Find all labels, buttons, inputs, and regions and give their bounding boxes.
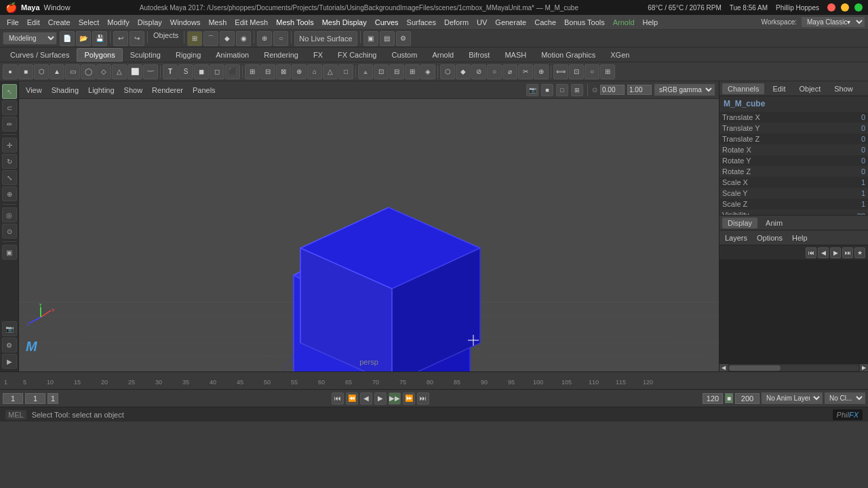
- region-select-icon[interactable]: ▣: [2, 245, 17, 260]
- menu-file[interactable]: File: [3, 17, 23, 28]
- tab-arnold[interactable]: Arnold: [425, 48, 461, 62]
- step-back-btn[interactable]: ⏪: [346, 392, 358, 405]
- vp-lighting-menu[interactable]: Lighting: [85, 85, 117, 96]
- menu-curves[interactable]: Curves: [371, 17, 403, 28]
- smooth-icon[interactable]: ⌂: [307, 64, 322, 79]
- mode-select[interactable]: Modeling: [3, 32, 57, 45]
- scrollbar-horizontal[interactable]: ◀ ▶: [719, 363, 868, 371]
- rotate-y-value[interactable]: 0: [861, 157, 865, 165]
- prim3-icon[interactable]: ⬛: [225, 64, 240, 79]
- translate-x-row[interactable]: Translate X0: [719, 112, 868, 123]
- tab-fx[interactable]: FX: [306, 48, 330, 62]
- snap-point-icon[interactable]: ◆: [220, 31, 235, 46]
- step-fwd-btn[interactable]: ▶▶: [389, 392, 401, 405]
- vp-view-menu[interactable]: View: [23, 85, 45, 96]
- jump-fwd-btn[interactable]: ⏩: [403, 392, 415, 405]
- channels-tab[interactable]: Channels: [722, 83, 764, 94]
- extrude-icon[interactable]: ⟁: [358, 64, 373, 79]
- crease-icon[interactable]: ⊘: [471, 64, 486, 79]
- rotate-z-value[interactable]: 0: [861, 167, 865, 176]
- tab-custom[interactable]: Custom: [384, 48, 425, 62]
- vp-wire-icon[interactable]: □: [556, 84, 568, 96]
- lattice-icon[interactable]: ⊡: [569, 64, 584, 79]
- display-settings-icon[interactable]: ⚙: [2, 338, 17, 352]
- scroll-arrow-left[interactable]: ◀: [719, 364, 728, 372]
- sphere-icon[interactable]: ●: [3, 64, 18, 79]
- rotate-x-value[interactable]: 0: [861, 146, 865, 154]
- layers-menu[interactable]: Layers: [722, 232, 750, 243]
- tab-xgen[interactable]: XGen: [603, 48, 637, 62]
- create-poly-icon[interactable]: ⊞: [405, 64, 420, 79]
- tab-sculpting[interactable]: Sculpting: [123, 48, 168, 62]
- snap-surface-icon[interactable]: ◉: [236, 31, 251, 46]
- prim1-icon[interactable]: ◼: [194, 64, 209, 79]
- frame-current-input[interactable]: [25, 393, 45, 404]
- layer-arrow-left[interactable]: ◀: [818, 247, 829, 258]
- scale-y-row[interactable]: Scale Y1: [719, 188, 868, 199]
- visibility-row[interactable]: Visibilityon: [719, 209, 868, 215]
- object-tab[interactable]: Object: [793, 83, 826, 94]
- frame-max-input[interactable]: [735, 393, 760, 404]
- tab-motion-graphics[interactable]: Motion Graphics: [534, 48, 603, 62]
- multi-cut-icon[interactable]: ✂: [518, 64, 533, 79]
- vp-camera-icon[interactable]: 📷: [526, 84, 538, 96]
- go-start-btn[interactable]: ⏮: [332, 392, 344, 405]
- translate-x-value[interactable]: 0: [861, 113, 865, 121]
- prim2-icon[interactable]: ◻: [210, 64, 224, 79]
- scale-x-row[interactable]: Scale X1: [719, 177, 868, 188]
- no-anim-layer-select[interactable]: No Anim Layer: [762, 392, 823, 404]
- tab-rigging[interactable]: Rigging: [168, 48, 208, 62]
- prism-icon[interactable]: ◇: [96, 64, 111, 79]
- camera-icon[interactable]: 📷: [2, 321, 17, 336]
- timeline-track[interactable]: 1 5 10 15 20 25 30 35 40 45 50 55 60 65 …: [0, 372, 868, 389]
- options-menu[interactable]: Options: [754, 232, 785, 243]
- vp-grid-icon[interactable]: ⊞: [571, 84, 583, 96]
- triangulate-icon[interactable]: △: [323, 64, 338, 79]
- gamma-select[interactable]: sRGB gamma: [654, 84, 715, 96]
- vp-obj-icon[interactable]: ■: [541, 84, 553, 96]
- scale-z-value[interactable]: 1: [861, 200, 865, 208]
- show-tab[interactable]: Show: [829, 83, 859, 94]
- fill-icon[interactable]: ◈: [420, 64, 435, 79]
- no-live-surface-btn[interactable]: No Live Surface: [294, 31, 357, 46]
- pyramid-icon[interactable]: △: [112, 64, 127, 79]
- rotate-y-row[interactable]: Rotate Y0: [719, 155, 868, 166]
- vp-show-menu[interactable]: Show: [121, 85, 146, 96]
- quad-icon[interactable]: □: [338, 64, 353, 79]
- save-icon[interactable]: 💾: [92, 31, 107, 46]
- text-icon[interactable]: T: [163, 64, 178, 79]
- bevel-icon[interactable]: ⬡: [440, 64, 455, 79]
- extract-icon[interactable]: ⊠: [276, 64, 291, 79]
- canvas-area[interactable]: X Y Z M persp: [19, 99, 719, 371]
- torus-icon[interactable]: ◯: [81, 64, 96, 79]
- maximize-btn[interactable]: [854, 3, 863, 12]
- tab-mash[interactable]: MASH: [497, 48, 534, 62]
- redo-icon[interactable]: ↪: [130, 31, 144, 46]
- menu-display[interactable]: Display: [134, 17, 166, 28]
- menu-mesh-tools[interactable]: Mesh Tools: [272, 17, 317, 28]
- play-back-btn[interactable]: ◀: [360, 392, 372, 405]
- transform-icon[interactable]: ⊕: [257, 31, 272, 46]
- scroll-arrow-right[interactable]: ▶: [860, 364, 868, 372]
- translate-z-value[interactable]: 0: [861, 135, 865, 143]
- menu-arnold[interactable]: Arnold: [609, 17, 639, 28]
- soft-mod-icon[interactable]: ○: [585, 64, 599, 79]
- vp-renderer-menu[interactable]: Renderer: [149, 85, 186, 96]
- paint-select-icon[interactable]: ✏: [2, 117, 17, 131]
- minimize-btn[interactable]: [841, 3, 849, 12]
- move-tool-icon[interactable]: ✛: [2, 138, 17, 152]
- mirror-icon[interactable]: ⟺: [553, 64, 568, 79]
- vp-panels-menu[interactable]: Panels: [190, 85, 218, 96]
- soft-select-tool-icon[interactable]: ◎: [2, 207, 17, 222]
- apple-icon[interactable]: 🍎: [5, 2, 17, 13]
- snap-curve-icon[interactable]: ⌒: [203, 31, 218, 46]
- bridge-icon[interactable]: ⊡: [374, 64, 389, 79]
- append-icon[interactable]: ⊟: [389, 64, 404, 79]
- layer-arrow-right-right[interactable]: ⏭: [842, 247, 853, 258]
- edit-tab[interactable]: Edit: [767, 83, 791, 94]
- target-weld-icon[interactable]: ⊕: [534, 64, 549, 79]
- menu-windows[interactable]: Windows: [166, 17, 205, 28]
- cone-icon[interactable]: ▲: [50, 64, 64, 79]
- scale-x-value[interactable]: 1: [861, 178, 865, 186]
- tab-rendering[interactable]: Rendering: [256, 48, 306, 62]
